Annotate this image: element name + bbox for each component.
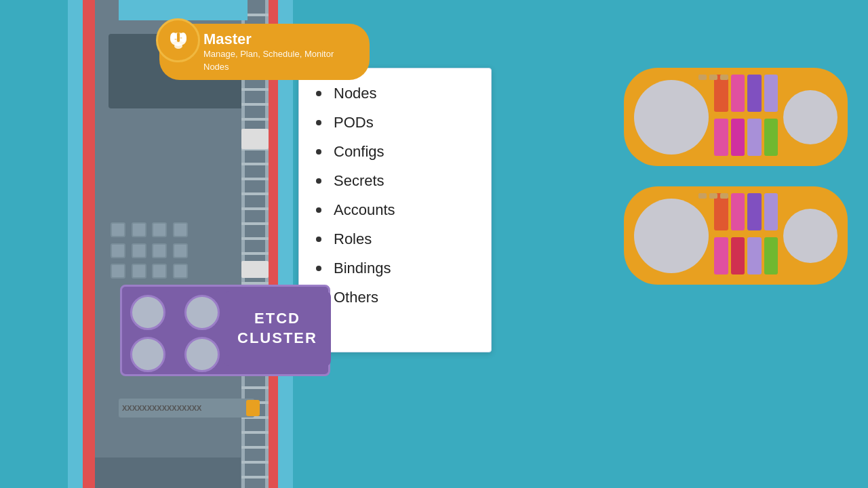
list-bullet xyxy=(316,120,321,125)
etcd-circle xyxy=(130,337,165,372)
ladder-rung xyxy=(241,192,269,195)
ladder-rung xyxy=(241,178,269,180)
node-cell xyxy=(731,237,745,274)
ladder-rung xyxy=(241,237,269,240)
right-panel xyxy=(624,68,848,285)
node-top-strip xyxy=(698,73,793,81)
node-circle-left xyxy=(634,80,709,155)
strip-dot xyxy=(698,193,707,199)
circuit-dot xyxy=(111,222,125,237)
node-cell xyxy=(747,237,762,274)
info-list-item-2: Configs xyxy=(316,140,474,163)
etcd-circle xyxy=(130,295,165,330)
node-top-strip-2 xyxy=(698,192,793,200)
info-list-item-1: PODs xyxy=(316,111,474,134)
strip-dot xyxy=(698,75,707,80)
info-list: NodesPODsConfigsSecretsAccountsRolesBind… xyxy=(316,82,474,308)
circuit-dot xyxy=(111,243,125,258)
list-item-text: Nodes xyxy=(334,82,377,104)
ladder-rung xyxy=(241,207,269,210)
ladder-rung xyxy=(241,461,269,464)
node-circle-right xyxy=(783,90,837,144)
node-cell xyxy=(764,237,778,274)
ladder-rung xyxy=(241,252,269,255)
list-item-text: PODs xyxy=(334,111,374,134)
list-bullet xyxy=(316,149,321,155)
circuit-dot xyxy=(173,222,188,237)
master-title: Master xyxy=(203,30,356,48)
white-connector-2 xyxy=(241,261,269,278)
info-list-item-3: Secrets xyxy=(316,169,474,192)
node-card-1 xyxy=(624,68,848,166)
red-bar-left xyxy=(83,0,95,488)
ladder-rung xyxy=(241,446,269,449)
master-icon xyxy=(156,18,200,62)
list-item-text: Others xyxy=(334,286,378,308)
etcd-label: ETCD CLUSTER xyxy=(224,291,331,366)
ladder-rung xyxy=(241,386,269,389)
list-bullet xyxy=(316,207,321,213)
ladder-rung xyxy=(241,118,269,121)
svg-rect-3 xyxy=(177,33,180,42)
etcd-circle xyxy=(184,337,220,372)
info-list-item-4: Accounts xyxy=(316,199,474,221)
info-list-item-5: Roles xyxy=(316,228,474,250)
node-cell xyxy=(731,119,745,156)
ladder-rung xyxy=(241,88,269,91)
list-bullet xyxy=(316,178,321,184)
list-bullet xyxy=(316,91,321,96)
circuit-dots xyxy=(105,217,193,285)
list-item-text: Secrets xyxy=(334,169,384,192)
info-list-item-6: Bindings xyxy=(316,257,474,279)
node-circle-left-2 xyxy=(634,199,709,273)
circuit-dot xyxy=(132,243,146,258)
list-item-text: Configs xyxy=(334,140,384,163)
svg-point-2 xyxy=(180,33,186,42)
etcd-title: ETCD xyxy=(254,309,300,329)
svg-point-4 xyxy=(174,43,182,49)
ladder-rung xyxy=(241,222,269,225)
ladder-rung xyxy=(241,163,269,165)
circuit-dot xyxy=(173,264,188,279)
strip-dot xyxy=(720,193,728,199)
master-badge: Master Manage, Plan, Schedule, MonitorNo… xyxy=(159,24,370,80)
circuit-dot xyxy=(152,222,167,237)
svg-point-1 xyxy=(170,33,177,42)
info-list-item-0: Nodes xyxy=(316,82,474,104)
node-grid-1 xyxy=(709,68,783,166)
server-rack-bottom xyxy=(95,458,241,488)
circuit-dot xyxy=(173,243,188,258)
circuit-dot xyxy=(152,264,167,279)
info-list-item-7: Others xyxy=(316,286,474,308)
node-cell xyxy=(714,119,728,156)
white-connector-1 xyxy=(241,129,269,149)
circuit-dot xyxy=(132,264,146,279)
etcd-subtitle: CLUSTER xyxy=(237,329,317,348)
list-bullet xyxy=(316,237,321,242)
strip-dot xyxy=(709,75,717,80)
side-bar-left xyxy=(68,0,83,488)
node-cell xyxy=(764,119,778,156)
ladder-rung xyxy=(241,476,269,479)
strip-dot xyxy=(709,193,717,199)
circuit-dot xyxy=(111,264,125,279)
cable-pattern: XXXXXXXXXXXXXXXX xyxy=(119,404,201,412)
node-card-2 xyxy=(624,186,848,285)
top-connector xyxy=(119,0,248,20)
list-item-text: Accounts xyxy=(334,199,395,221)
strip-dot xyxy=(720,75,728,80)
list-bullet xyxy=(316,266,321,271)
list-item-text: Roles xyxy=(334,228,372,250)
etcd-circle xyxy=(184,295,220,330)
circuit-dot xyxy=(132,222,146,237)
node-circle-right-2 xyxy=(783,209,837,263)
node-grid-2 xyxy=(709,186,783,285)
list-item-text: Bindings xyxy=(334,257,391,279)
cable-x-pattern: XXXXXXXXXXXXXXXX xyxy=(122,404,201,412)
circuit-dot xyxy=(152,243,167,258)
brain-icon xyxy=(165,27,192,54)
ladder-rung xyxy=(241,431,269,434)
cable-connector: XXXXXXXXXXXXXXXX xyxy=(119,399,254,418)
node-cell xyxy=(714,237,728,274)
ladder-rung xyxy=(241,103,269,106)
